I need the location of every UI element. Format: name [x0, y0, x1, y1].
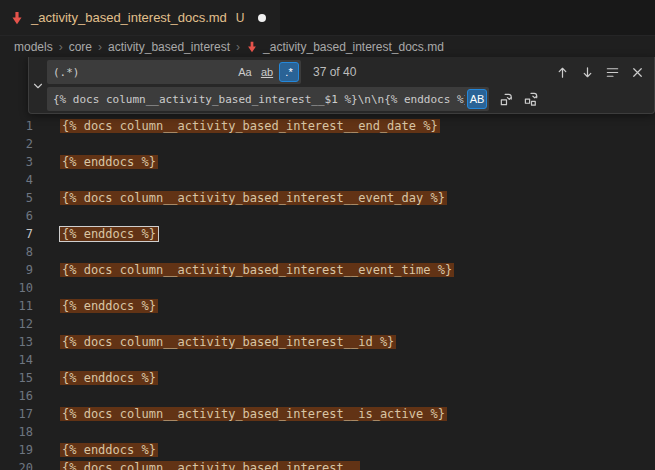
breadcrumb-item-core[interactable]: core	[69, 40, 92, 54]
find-input[interactable]: (.*) Aa ab .*	[47, 60, 301, 84]
line-number: 1	[0, 117, 33, 135]
whole-word-button[interactable]: ab	[257, 62, 277, 82]
line-number: 15	[0, 369, 33, 387]
editor-line[interactable]: 8	[0, 243, 655, 261]
line-number: 4	[0, 171, 33, 189]
line-number: 11	[0, 297, 33, 315]
find-match: {% enddocs %}	[60, 155, 158, 169]
editor-tab[interactable]: _activity_based_interest_docs.md U	[0, 0, 280, 35]
line-number: 6	[0, 207, 33, 225]
find-widget: (.*) Aa ab .* 37 of 40	[28, 57, 655, 114]
editor-line[interactable]: 7{% enddocs %}	[0, 225, 655, 243]
next-match-button[interactable]	[578, 63, 596, 81]
close-button[interactable]	[628, 63, 646, 81]
line-number: 12	[0, 315, 33, 333]
preserve-case-button[interactable]: AB	[467, 89, 487, 109]
tab-title: _activity_based_interest_docs.md	[31, 10, 227, 25]
find-value: (.*)	[53, 66, 233, 79]
code-line-content: {% docs column__activity_based_interest_…	[62, 261, 452, 279]
editor-line[interactable]: 6	[0, 207, 655, 225]
line-number: 7	[0, 225, 33, 243]
code-line-content: {% enddocs %}	[62, 297, 156, 315]
tab-bar: _activity_based_interest_docs.md U	[0, 0, 655, 36]
git-status-badge: U	[236, 11, 245, 25]
editor-line[interactable]: 13{% docs column__activity_based_interes…	[0, 333, 655, 351]
breadcrumb-separator: ›	[98, 40, 102, 54]
editor-line[interactable]: 14	[0, 351, 655, 369]
breadcrumb-separator: ›	[236, 40, 240, 54]
line-number: 10	[0, 279, 33, 297]
breadcrumb-separator: ›	[59, 40, 63, 54]
previous-match-button[interactable]	[553, 63, 571, 81]
find-match: {% docs column__activity_based_interest_…	[60, 461, 360, 470]
line-number: 5	[0, 189, 33, 207]
find-match: {% enddocs %}	[60, 227, 158, 241]
code-line-content: {% docs column__activity_based_interest_…	[62, 117, 438, 135]
editor-line[interactable]: 20{% docs column__activity_based_interes…	[0, 459, 655, 470]
editor-line[interactable]: 15{% enddocs %}	[0, 369, 655, 387]
code-line-content: {% docs column__activity_based_interest_…	[62, 189, 445, 207]
editor-line[interactable]: 18	[0, 423, 655, 441]
line-number: 8	[0, 243, 33, 261]
find-match: {% docs column__activity_based_interest_…	[60, 119, 440, 133]
line-number: 2	[0, 135, 33, 153]
markdown-file-icon	[246, 41, 258, 53]
find-match: {% docs column__activity_based_interest_…	[60, 263, 454, 277]
editor-line[interactable]: 2	[0, 135, 655, 153]
code-line-content: {% enddocs %}	[62, 369, 156, 387]
editor-line[interactable]: 19{% enddocs %}	[0, 441, 655, 459]
line-number: 14	[0, 351, 33, 369]
find-match: {% enddocs %}	[60, 443, 158, 457]
code-line-content: {% docs column__activity_based_interest_…	[62, 459, 358, 470]
code-line-content: {% enddocs %}	[62, 153, 156, 171]
line-number: 20	[0, 459, 33, 470]
replace-all-button[interactable]	[522, 90, 540, 108]
match-case-button[interactable]: Aa	[235, 62, 255, 82]
breadcrumb-item-models[interactable]: models	[14, 40, 53, 54]
code-line-content: {% enddocs %}	[62, 441, 156, 459]
find-match: {% enddocs %}	[60, 299, 158, 313]
line-number: 16	[0, 387, 33, 405]
replace-button[interactable]	[497, 90, 515, 108]
line-number: 3	[0, 153, 33, 171]
editor-lines: 1{% docs column__activity_based_interest…	[0, 57, 655, 470]
editor-line[interactable]: 16	[0, 387, 655, 405]
code-line-content: {% docs column__activity_based_interest_…	[62, 333, 394, 351]
toggle-replace-button[interactable]	[29, 60, 47, 111]
find-in-selection-button[interactable]	[603, 63, 621, 81]
find-match: {% docs column__activity_based_interest_…	[60, 191, 447, 205]
line-number: 18	[0, 423, 33, 441]
editor-line[interactable]: 9{% docs column__activity_based_interest…	[0, 261, 655, 279]
find-match: {% enddocs %}	[60, 371, 158, 385]
editor-line[interactable]: 12	[0, 315, 655, 333]
unsaved-changes-dot[interactable]	[258, 14, 266, 22]
editor-line[interactable]: 11{% enddocs %}	[0, 297, 655, 315]
code-line-content: {% docs column__activity_based_interest_…	[62, 405, 445, 423]
find-match: {% docs column__activity_based_interest_…	[60, 335, 396, 349]
editor-line[interactable]: 1{% docs column__activity_based_interest…	[0, 117, 655, 135]
breadcrumb-item-file[interactable]: _activity_based_interest_docs.md	[263, 40, 444, 54]
markdown-file-icon	[10, 11, 24, 25]
line-number: 19	[0, 441, 33, 459]
editor[interactable]: 1{% docs column__activity_based_interest…	[0, 57, 655, 470]
find-match: {% docs column__activity_based_interest_…	[60, 407, 447, 421]
replace-input[interactable]: {% docs column__activity_based_interest_…	[47, 87, 489, 111]
editor-line[interactable]: 5{% docs column__activity_based_interest…	[0, 189, 655, 207]
results-count: 37 of 40	[313, 65, 356, 79]
line-number: 17	[0, 405, 33, 423]
editor-line[interactable]: 10	[0, 279, 655, 297]
editor-line[interactable]: 3{% enddocs %}	[0, 153, 655, 171]
line-number: 13	[0, 333, 33, 351]
code-line-content: {% enddocs %}	[62, 225, 156, 243]
regex-button[interactable]: .*	[279, 62, 299, 82]
editor-line[interactable]: 4	[0, 171, 655, 189]
editor-line[interactable]: 17{% docs column__activity_based_interes…	[0, 405, 655, 423]
breadcrumb-item-folder[interactable]: activity_based_interest	[108, 40, 230, 54]
line-number: 9	[0, 261, 33, 279]
breadcrumb: models › core › activity_based_interest …	[0, 36, 655, 58]
replace-value: {% docs column__activity_based_interest_…	[53, 93, 465, 106]
